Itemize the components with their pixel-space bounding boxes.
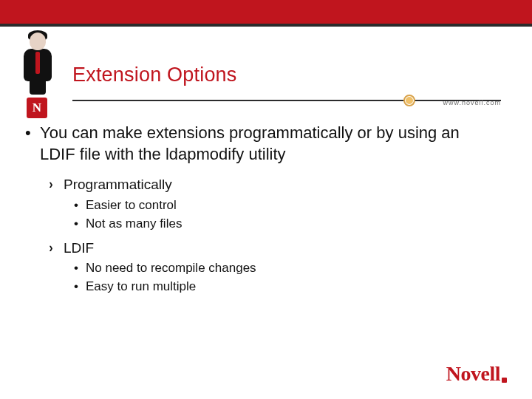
rule-ornament-dot-icon	[406, 97, 413, 104]
bullet-sub-ldif-item: No need to recompile changes	[74, 260, 497, 277]
header-red-bar	[0, 0, 532, 24]
horizontal-rule	[72, 100, 501, 101]
footer-logo-text: Novell	[446, 362, 500, 386]
bullet-sub-ldif: LDIF	[49, 239, 497, 258]
title-underline	[72, 95, 501, 106]
bullet-sub-ldif-item: Easy to run multiple	[74, 279, 497, 296]
footer-novell-logo: Novell	[446, 362, 507, 386]
novell-n-badge-icon: N	[27, 98, 47, 118]
bullet-sub-programmatically: Programmatically	[49, 175, 497, 194]
slide-title: Extension Options	[72, 64, 237, 86]
bullet-main: You can make extensions programmatically…	[24, 123, 497, 165]
presenter-figure-icon	[19, 30, 55, 96]
badge-letter: N	[33, 100, 41, 115]
bullet-sub-programmatically-item: Not as many files	[74, 216, 497, 233]
bullet-sub-programmatically-item: Easier to control	[74, 197, 497, 214]
site-url-label: www.novell.com	[443, 99, 501, 106]
footer-logo-dot-icon	[502, 378, 507, 383]
slide: N Extension Options www.novell.com You c…	[0, 0, 532, 399]
header-dark-edge	[0, 24, 532, 27]
slide-body: You can make extensions programmatically…	[24, 123, 497, 296]
